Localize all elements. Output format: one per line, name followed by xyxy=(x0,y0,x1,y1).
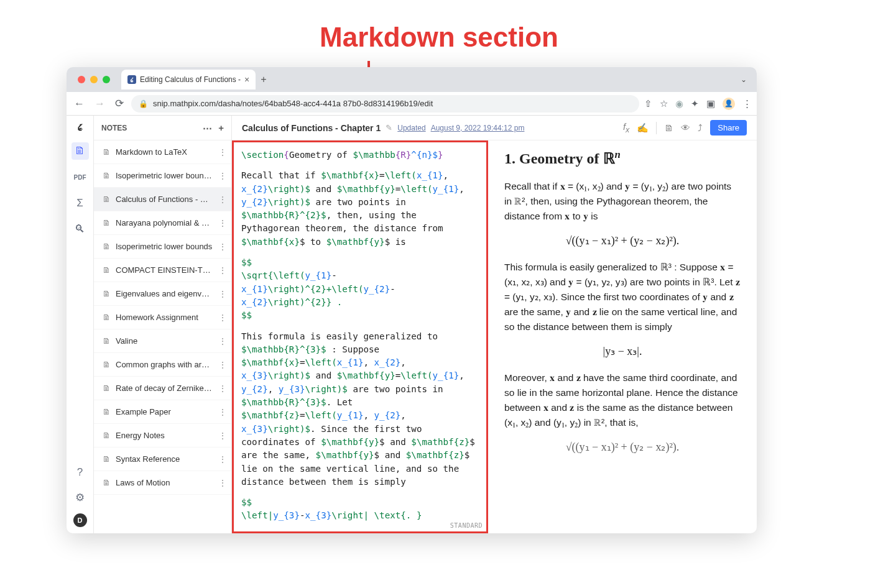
browser-window: Ⳓ Editing Calculus of Functions - × + ⌄ … xyxy=(67,67,757,533)
left-rail: Ⳓ 🗎 PDF Σ 🔍︎ ? ⚙ D xyxy=(67,116,94,533)
forward-button[interactable]: → xyxy=(92,95,108,113)
note-item[interactable]: 🗎Syntax Reference⋮ xyxy=(94,448,231,471)
extension-icon[interactable]: ◉ xyxy=(675,98,683,109)
bookmark-icon[interactable]: ☆ xyxy=(660,98,668,109)
pdf-rail-icon[interactable]: PDF xyxy=(72,168,89,186)
note-item[interactable]: 🗎Energy Notes⋮ xyxy=(94,424,231,448)
note-title: COMPACT EINSTEIN-TYPE M… xyxy=(116,265,213,275)
note-item[interactable]: 🗎Common graphs with arbitr…⋮ xyxy=(94,353,231,377)
kebab-menu-icon[interactable]: ⋮ xyxy=(742,98,752,109)
doc-icon: 🗎 xyxy=(103,242,111,251)
note-more-icon[interactable]: ⋮ xyxy=(218,384,226,393)
note-more-icon[interactable]: ⋮ xyxy=(218,407,226,417)
sigma-rail-icon[interactable]: Σ xyxy=(72,195,89,212)
help-icon[interactable]: ? xyxy=(72,464,89,481)
note-more-icon[interactable]: ⋮ xyxy=(218,289,226,299)
preview-icon[interactable]: 👁 xyxy=(681,122,690,133)
doc-icon: 🗎 xyxy=(103,313,111,322)
t: y_{1} xyxy=(433,370,460,380)
t: y_{3} xyxy=(273,510,300,520)
note-more-icon[interactable]: ⋮ xyxy=(218,431,226,441)
note-more-icon[interactable]: ⋮ xyxy=(218,242,226,252)
note-item[interactable]: 🗎Calculus of Functions - Cha…⋮ xyxy=(94,188,231,211)
sidebar-more-icon[interactable]: ⋯ xyxy=(203,122,212,134)
doc-updated-label[interactable]: Updated xyxy=(397,124,425,132)
note-item[interactable]: 🗎Valine⋮ xyxy=(94,329,231,353)
markdown-editor[interactable]: \section{Geometry of $\mathbb{R}^{n}$} R… xyxy=(232,140,488,533)
t: y_{2} xyxy=(241,197,268,207)
t: $\mathbf{y} xyxy=(337,184,395,194)
t: \right)$ xyxy=(268,184,310,194)
t: $\mathbf{z} xyxy=(406,450,464,460)
upload-icon[interactable]: ⤴ xyxy=(698,122,703,133)
window-controls[interactable] xyxy=(72,76,116,83)
t: $\mathbf{y} xyxy=(316,450,374,460)
new-note-button[interactable]: + xyxy=(218,122,224,134)
note-item[interactable]: 🗎COMPACT EINSTEIN-TYPE M…⋮ xyxy=(94,259,231,282)
doc-icon[interactable]: 🗎 xyxy=(664,122,673,133)
note-item[interactable]: 🗎Homework Assignment⋮ xyxy=(94,306,231,329)
note-item[interactable]: 🗎Example Paper⋮ xyxy=(94,400,231,424)
note-item[interactable]: 🗎Laws of Motion⋮ xyxy=(94,471,231,495)
search-doc-icon[interactable]: 🔍︎ xyxy=(72,221,89,238)
note-more-icon[interactable]: ⋮ xyxy=(218,478,226,488)
url-input[interactable]: 🔒 snip.mathpix.com/dasha/notes/64bab548-… xyxy=(131,95,639,113)
t: x_{1} xyxy=(241,284,268,294)
user-avatar[interactable]: D xyxy=(73,513,87,527)
note-item[interactable]: 🗎Rate of decay of Zernike co…⋮ xyxy=(94,377,231,400)
doc-updated-time[interactable]: August 9, 2022 19:44:12 pm xyxy=(431,124,525,132)
t: \sqrt{\left( xyxy=(241,270,305,280)
doc-title[interactable]: Calculus of Functions - Chapter 1 xyxy=(242,123,381,133)
note-title: Eigenvalues and eigenvectors xyxy=(116,289,213,298)
share-icon[interactable]: ⇧ xyxy=(644,98,652,109)
sidebar-title: NOTES xyxy=(101,124,127,132)
note-more-icon[interactable]: ⋮ xyxy=(218,171,226,181)
edit-title-icon[interactable]: ✎ xyxy=(386,123,392,132)
extensions-puzzle-icon[interactable]: ✦ xyxy=(691,98,699,109)
profile-avatar[interactable]: 👤 xyxy=(723,98,735,110)
t: to xyxy=(305,237,326,247)
close-window-icon[interactable] xyxy=(78,76,85,83)
t: , xyxy=(459,370,464,380)
settings-icon[interactable]: ⚙ xyxy=(72,489,89,506)
t: n xyxy=(615,149,621,160)
t: x_{2} xyxy=(374,357,401,367)
share-button[interactable]: Share xyxy=(710,120,747,136)
notes-rail-icon[interactable]: 🗎 xyxy=(72,142,89,160)
note-more-icon[interactable]: ⋮ xyxy=(218,454,226,464)
note-item[interactable]: 🗎Markdown to LaTeX⋮ xyxy=(94,140,231,164)
t: = xyxy=(300,410,305,420)
new-tab-button[interactable]: + xyxy=(261,74,266,85)
reload-button[interactable]: ⟳ xyxy=(113,94,126,113)
note-more-icon[interactable]: ⋮ xyxy=(218,195,226,204)
note-more-icon[interactable]: ⋮ xyxy=(218,336,226,346)
maximize-window-icon[interactable] xyxy=(103,76,110,83)
fx-icon[interactable]: fx xyxy=(623,121,629,134)
note-item[interactable]: 🗎Narayana polynomial & der…⋮ xyxy=(94,211,231,235)
note-more-icon[interactable]: ⋮ xyxy=(218,360,226,370)
note-title: Syntax Reference xyxy=(116,454,213,464)
back-button[interactable]: ← xyxy=(72,95,87,113)
t: $\mathbf{y} xyxy=(326,237,385,247)
scribble-icon[interactable]: ✍ xyxy=(637,122,649,134)
note-item[interactable]: 🗎Eigenvalues and eigenvectors⋮ xyxy=(94,282,231,306)
browser-tab[interactable]: Ⳓ Editing Calculus of Functions - × xyxy=(121,70,256,90)
t: : Suppose xyxy=(326,344,379,354)
note-more-icon[interactable]: ⋮ xyxy=(218,313,226,323)
close-tab-icon[interactable]: × xyxy=(244,75,249,85)
math-display: |y₃ − x₃|. xyxy=(504,343,741,361)
note-more-icon[interactable]: ⋮ xyxy=(218,265,226,275)
note-item[interactable]: 🗎Isoperimetric lower bounds…⋮ xyxy=(94,164,231,188)
t: \right)^{2}+\left( xyxy=(268,284,364,294)
tabs-menu-icon[interactable]: ⌄ xyxy=(741,75,752,84)
app-logo[interactable]: Ⳓ xyxy=(78,121,83,134)
t: y_{1} xyxy=(337,410,364,420)
t: , xyxy=(443,170,449,180)
panel-icon[interactable]: ▣ xyxy=(706,98,715,109)
note-more-icon[interactable]: ⋮ xyxy=(218,147,226,157)
note-item[interactable]: 🗎Isoperimetric lower bounds⋮ xyxy=(94,235,231,259)
note-more-icon[interactable]: ⋮ xyxy=(218,218,226,228)
minimize-window-icon[interactable] xyxy=(90,76,98,83)
note-title: Markdown to LaTeX xyxy=(116,147,213,157)
t: $\mathbf{y} xyxy=(321,437,379,447)
